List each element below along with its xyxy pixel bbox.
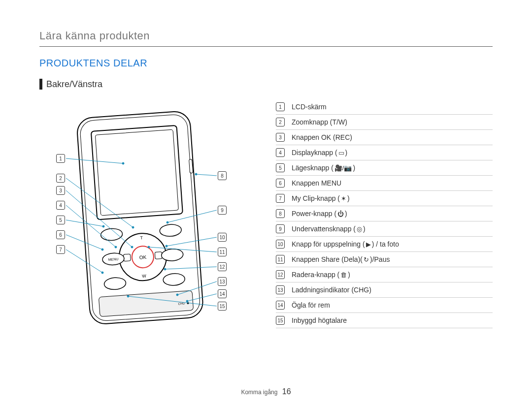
page-number: 16 <box>282 387 291 396</box>
legend-number: 15 <box>276 316 285 325</box>
legend-label-suffix: ) <box>347 194 350 202</box>
legend-label: Inbyggd högtalare <box>292 316 347 324</box>
legend-row: 13Laddningsindikator (CHG) <box>276 282 493 298</box>
ok-button-label: OK <box>139 254 147 260</box>
diagram-callout: 4 <box>56 201 65 210</box>
legend-row: 1LCD-skärm <box>276 99 493 115</box>
legend-number: 3 <box>276 133 285 142</box>
legend-row: 7My Clip-knapp (✶) <box>276 191 493 206</box>
legend-label: Laddningsindikator (CHG) <box>292 286 371 294</box>
underwater-icon: ◎ <box>357 225 362 233</box>
breadcrumb: Lära känna produkten <box>39 30 493 47</box>
svg-rect-7 <box>155 251 162 259</box>
legend-row: 9Undervattensknapp (◎) <box>276 221 493 237</box>
clip-icon: ✶ <box>341 195 346 202</box>
diagram-callout: 5 <box>56 216 65 224</box>
legend-number: 8 <box>276 209 285 218</box>
svg-point-18 <box>122 162 124 164</box>
footer-section: Komma igång <box>241 389 277 396</box>
svg-rect-6 <box>123 254 131 261</box>
legend-label-suffix: ) <box>345 149 348 156</box>
diagram-callout: 9 <box>218 206 227 215</box>
play-icon: ▶ <box>366 241 371 248</box>
product-diagram: OK T W MENU CHG <box>39 99 256 355</box>
share-icon: ↻ <box>364 256 369 263</box>
legend-label-suffix: ) / ta foto <box>372 240 399 248</box>
legend-number: 14 <box>276 301 285 310</box>
diagram-callout: 13 <box>218 277 227 286</box>
legend-row: 12Radera-knapp (🗑) <box>276 267 493 282</box>
diagram-callout: 11 <box>218 248 227 256</box>
legend-number: 2 <box>276 118 285 126</box>
diagram-callout: 1 <box>56 154 65 163</box>
diagram-callout: 12 <box>218 262 227 271</box>
diagram-callout: 8 <box>218 171 227 180</box>
legend-row: 8Power-knapp (⏻) <box>276 206 493 221</box>
legend-number: 11 <box>276 255 285 264</box>
svg-point-38 <box>148 246 150 248</box>
legend-number: 13 <box>276 285 285 294</box>
legend-label-suffix: )/Paus <box>370 255 390 263</box>
svg-rect-3 <box>95 129 178 216</box>
legend-row: 5Lägesknapp (🎥/📷) <box>276 160 493 176</box>
legend-label-suffix: ) <box>348 271 350 279</box>
svg-line-31 <box>196 174 217 176</box>
mode-icon: 🎥/📷 <box>334 164 352 172</box>
legend-label: Displayknapp ( <box>292 149 337 156</box>
legend-label: Lägesknapp ( <box>292 164 333 172</box>
legend-label: Radera-knapp ( <box>292 271 339 279</box>
legend-label: Knappen OK (REC) <box>292 133 352 141</box>
diagram-callout: 3 <box>56 186 65 195</box>
legend-row: 10Knapp för uppspelning (▶) / ta foto <box>276 237 493 252</box>
diagram-callout: 10 <box>218 233 227 242</box>
svg-point-34 <box>166 221 168 223</box>
trash-icon: 🗑 <box>340 271 347 279</box>
svg-point-36 <box>166 245 167 247</box>
legend-number: 12 <box>276 270 285 279</box>
svg-point-32 <box>195 173 197 175</box>
svg-rect-16 <box>189 159 193 173</box>
legend-label: Undervattensknapp ( <box>292 225 356 233</box>
legend-row: 6Knappen MENU <box>276 176 493 191</box>
svg-point-42 <box>176 294 178 296</box>
legend-label: Ögla för rem <box>292 301 330 309</box>
legend-number: 6 <box>276 179 285 187</box>
legend-number: 4 <box>276 148 285 157</box>
legend-row: 14Ögla för rem <box>276 298 493 313</box>
legend-row: 2Zoomknapp (T/W) <box>276 115 493 130</box>
legend-row: 3Knappen OK (REC) <box>276 130 493 145</box>
legend-label: Power-knapp ( <box>292 210 336 218</box>
diagram-callout: 15 <box>218 302 227 311</box>
legend-number: 10 <box>276 240 285 249</box>
page-footer: Komma igång 16 <box>0 387 532 396</box>
subhead-bar <box>39 79 42 90</box>
zoom-w-label: W <box>142 274 147 279</box>
svg-point-44 <box>186 300 188 302</box>
svg-point-46 <box>127 295 129 297</box>
legend-label: Knappen Share (Dela)( <box>292 255 363 263</box>
svg-point-28 <box>101 249 103 250</box>
svg-point-22 <box>131 246 133 248</box>
section-title: PRODUKTENS DELAR <box>39 58 493 69</box>
legend-label-suffix: ) <box>353 164 355 172</box>
legend-label: My Clip-knapp ( <box>292 194 340 202</box>
legend-row: 4Displayknapp (▭) <box>276 145 493 160</box>
legend-number: 9 <box>276 224 285 233</box>
legend-label-suffix: ) <box>345 210 347 218</box>
diagram-callout: 2 <box>56 174 65 183</box>
svg-point-40 <box>164 268 166 270</box>
svg-point-20 <box>132 226 134 228</box>
power-icon: ⏻ <box>337 210 344 218</box>
legend-label: Zoomknapp (T/W) <box>292 118 347 126</box>
parts-legend: 1LCD-skärm2Zoomknapp (T/W)3Knappen OK (R… <box>276 99 493 355</box>
subsection-heading: Bakre/Vänstra <box>39 79 493 90</box>
svg-point-26 <box>102 225 104 227</box>
legend-row: 15Inbyggd högtalare <box>276 313 493 328</box>
legend-number: 1 <box>276 102 285 111</box>
subhead-text: Bakre/Vänstra <box>46 79 102 90</box>
legend-label: Knappen MENU <box>292 179 341 187</box>
legend-label-suffix: ) <box>363 225 366 233</box>
legend-label: Knapp för uppspelning ( <box>292 240 365 248</box>
legend-number: 5 <box>276 163 285 172</box>
svg-point-30 <box>101 272 103 274</box>
